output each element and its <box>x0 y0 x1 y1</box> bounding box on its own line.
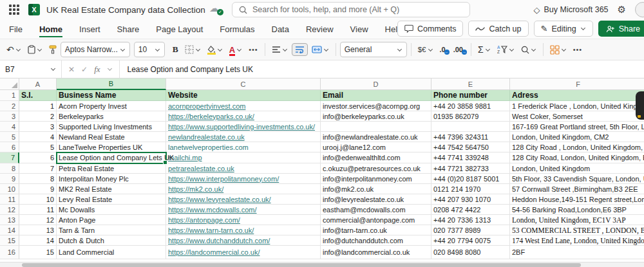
cell-C11[interactable]: https://www.levyrealestate.co.uk/ <box>166 194 321 205</box>
row-header-9[interactable]: 9 <box>0 174 19 184</box>
editing-mode-button[interactable]: ✎ Editing <box>534 21 593 37</box>
cell-E9[interactable]: +44 (0)20 8187 5001 <box>431 174 510 184</box>
cell-D2[interactable]: investor.services@acornpg.org <box>321 101 431 111</box>
cell-E16[interactable]: 020 8498 8080 <box>431 246 510 259</box>
cell-B8[interactable]: Petra Real Estate <box>57 163 166 174</box>
autosum-button[interactable]: Σ <box>475 42 493 57</box>
currency-format-button[interactable]: $€ <box>415 44 436 55</box>
cell-A6[interactable]: 5 <box>19 142 57 152</box>
cell-F7[interactable]: 128 City Road, London, United Kingdom, E… <box>510 152 644 163</box>
cell-C15[interactable]: https://www.dutchanddutch.com/ <box>166 235 321 246</box>
cell-E7[interactable]: +44 7741 339248 <box>431 152 510 163</box>
menu-item-data[interactable]: Data <box>272 21 289 37</box>
website-link[interactable]: newlandrealestate.co.uk <box>168 133 245 141</box>
column-header-D[interactable]: D <box>321 78 431 90</box>
website-link[interactable]: https://www.tarn-tarn.co.uk/ <box>168 226 254 234</box>
cell-E15[interactable]: +44 20 7794 0075 <box>431 235 510 246</box>
menu-item-review[interactable]: Review <box>306 21 334 37</box>
merge-center-button[interactable] <box>309 44 332 55</box>
find-button[interactable] <box>518 44 539 56</box>
cell-E2[interactable]: +44 20 3858 9881 <box>431 101 510 111</box>
row-header-8[interactable]: 8 <box>0 163 19 174</box>
cell-B9[interactable]: Interpolitan Money Plc <box>57 174 166 184</box>
borders-button[interactable] <box>182 43 204 56</box>
share-button[interactable]: Share <box>598 21 644 37</box>
website-link[interactable]: https://www.dutchanddutch.com/ <box>168 237 270 244</box>
website-link[interactable]: https://antonpage.com/ <box>168 216 240 224</box>
cell-A1[interactable]: S.I. <box>19 90 57 101</box>
row-header-6[interactable]: 6 <box>0 142 19 152</box>
cell-A11[interactable]: 10 <box>19 194 57 205</box>
increase-decimal-button[interactable]: .0← <box>437 44 450 55</box>
cell-E11[interactable]: +44 207 930 1070 <box>431 194 510 205</box>
font-more-options-button[interactable]: ••• <box>246 44 261 55</box>
cell-B13[interactable]: Anton Page <box>57 215 166 225</box>
cell-B14[interactable]: Tarn & Tarn <box>57 225 166 235</box>
undo-button[interactable]: ↶ <box>4 42 24 57</box>
row-header-5[interactable]: 5 <box>0 132 19 142</box>
cell-F10[interactable]: 57 Cornwall Street ,Birmingham,B3 2EE <box>510 184 644 194</box>
align-button[interactable] <box>269 44 290 55</box>
row-header-13[interactable]: 13 <box>0 215 19 225</box>
cell-D15[interactable]: info@dutchanddutch.com <box>321 235 431 246</box>
cell-C14[interactable]: https://www.tarn-tarn.co.uk/ <box>166 225 321 235</box>
cell-A7[interactable]: 6 <box>19 152 57 163</box>
cell-D3[interactable]: info@berkeleyparks.co.uk <box>321 111 431 122</box>
cell-D12[interactable]: eastham@mcdowalls.com <box>321 205 431 215</box>
cell-A16[interactable]: 15 <box>19 246 57 259</box>
row-header-3[interactable]: 3 <box>0 111 19 122</box>
website-link[interactable]: https://www.levyrealestate.co.uk/ <box>168 196 271 203</box>
cell-B11[interactable]: Levy Real Estate <box>57 194 166 205</box>
cell-F11[interactable]: Heddon House,149-151 Regent street,Londo <box>510 194 644 205</box>
cell-F6[interactable]: 128 City Road , London, United Kingdom, … <box>510 142 644 152</box>
enter-check-icon[interactable]: ✓ <box>81 65 88 74</box>
column-header-B[interactable]: B <box>57 78 166 90</box>
cell-E6[interactable]: +44 7542 564750 <box>431 142 510 152</box>
cell-F8[interactable]: London, United Kingdom <box>510 163 644 174</box>
website-link[interactable]: acornpropertyinvest.com <box>168 102 245 110</box>
menu-item-home[interactable]: Home <box>39 21 62 37</box>
cell-A12[interactable]: 11 <box>19 205 57 215</box>
cell-A10[interactable]: 9 <box>19 184 57 194</box>
font-size-combobox[interactable]: 10 <box>134 42 165 57</box>
cell-B15[interactable]: Dutch & Dutch <box>57 235 166 246</box>
row-header-15[interactable]: 15 <box>0 235 19 246</box>
name-box[interactable]: B7 <box>0 60 62 78</box>
search-box[interactable]: Search for tools, help, and more (Alt + … <box>232 2 470 17</box>
cell-D16[interactable]: info@landcommercial.co.uk <box>321 246 431 259</box>
cell-F2[interactable]: 1 Frederick Place , London, United Kingd… <box>510 101 644 111</box>
cell-A9[interactable]: 8 <box>19 174 57 184</box>
website-link[interactable]: https://www.interpolitanmoney.com/ <box>168 175 279 183</box>
row-header-12[interactable]: 12 <box>0 205 19 215</box>
cell-B12[interactable]: Mc Dowalls <box>57 205 166 215</box>
cell-B1[interactable]: Business Name <box>57 90 166 101</box>
select-all-corner[interactable] <box>0 78 19 90</box>
column-header-F[interactable]: F <box>510 78 644 90</box>
font-color-button[interactable]: A <box>227 43 245 57</box>
cell-C9[interactable]: https://www.interpolitanmoney.com/ <box>166 174 321 184</box>
cell-C7[interactable]: mailchi.mp <box>166 152 321 163</box>
cell-E4[interactable] <box>431 122 510 132</box>
cell-E8[interactable]: +44 7721 382733 <box>431 163 510 174</box>
cell-A4[interactable]: 3 <box>19 122 57 132</box>
cell-D11[interactable]: info@levyrealestate.co.uk <box>321 194 431 205</box>
website-link[interactable]: https://www.mcdowalls.com/ <box>168 206 257 214</box>
cell-D13[interactable]: commercial@antonpage.com <box>321 215 431 225</box>
cell-D5[interactable]: info@newlandrealestate.co.uk <box>321 132 431 142</box>
cell-F14[interactable]: 53 COMMERCIAL STREET , LONDON, E1 6 <box>510 225 644 235</box>
cell-B16[interactable]: Land Commercial <box>57 246 166 259</box>
website-link[interactable]: petrarealestate.co.uk <box>168 165 234 172</box>
cell-E10[interactable]: 0121 214 1970 <box>431 184 510 194</box>
insert-function-button[interactable]: fx <box>94 64 100 75</box>
cell-B2[interactable]: Acorn Property Invest <box>57 101 166 111</box>
menu-item-view[interactable]: View <box>350 21 368 37</box>
website-link[interactable]: https://mk2.co.uk/ <box>168 185 223 193</box>
buy-microsoft-365-button[interactable]: ◇ Buy Microsoft 365 <box>534 5 609 15</box>
cell-B10[interactable]: MK2 Real Estate <box>57 184 166 194</box>
cell-E14[interactable]: 020 7377 8989 <box>431 225 510 235</box>
menu-item-formulas[interactable]: Formulas <box>220 21 254 37</box>
cell-E5[interactable]: +44 7396 324311 <box>431 132 510 142</box>
cell-F4[interactable]: 167-169 Great Portland street, 5th Floor… <box>510 122 644 132</box>
catch-up-button[interactable]: Catch up <box>468 21 528 37</box>
decrease-decimal-button[interactable]: .00→ <box>451 44 467 55</box>
